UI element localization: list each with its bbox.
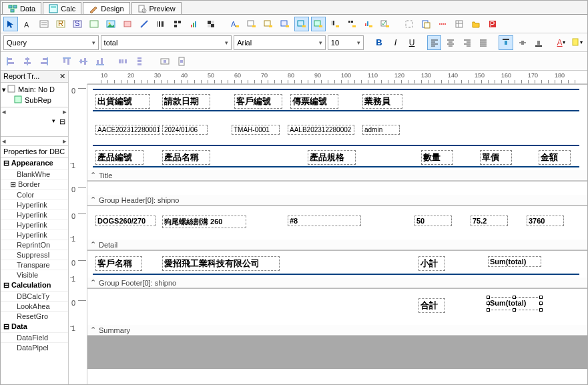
label-field[interactable]: 小計 xyxy=(418,256,445,271)
prop-row[interactable]: ResetGro xyxy=(1,311,68,321)
label-field[interactable]: 數量 xyxy=(421,150,453,165)
label-field[interactable]: 出貨編號 xyxy=(95,94,150,109)
dbchart-button[interactable] xyxy=(361,17,376,31)
richtext-button[interactable]: R xyxy=(53,17,68,31)
prop-row[interactable]: Color xyxy=(1,189,68,200)
align-justify-button[interactable] xyxy=(477,35,491,50)
subreport-button[interactable] xyxy=(418,17,433,31)
label-field[interactable]: 請款日期 xyxy=(162,94,210,109)
label-field[interactable]: 業務員 xyxy=(362,94,402,109)
selected-dbcalc-field[interactable]: Sum(total) xyxy=(488,297,541,310)
prop-row[interactable]: DBCalcTy xyxy=(1,291,68,301)
tab-data[interactable]: Data xyxy=(2,2,41,14)
tab-preview[interactable]: Preview xyxy=(131,2,182,14)
band-header-summary[interactable]: ⌃Summary xyxy=(87,325,587,336)
align-right-button[interactable] xyxy=(460,35,475,50)
scrollbar-h[interactable]: ◂▸ xyxy=(1,136,68,145)
tree-item[interactable]: SubRep xyxy=(2,95,67,105)
label-field[interactable]: 金額 xyxy=(539,150,571,165)
tab-design[interactable]: Design xyxy=(83,2,129,14)
center-h-button[interactable] xyxy=(158,54,172,69)
folder-button[interactable] xyxy=(469,17,483,31)
dbdatetime-button[interactable] xyxy=(294,17,309,31)
prop-row[interactable]: SuppressI xyxy=(1,250,68,260)
prop-category[interactable]: ⊟ Appearance xyxy=(1,157,68,169)
dbtext-field[interactable]: TMAH-0001 xyxy=(232,125,280,135)
crosstab-button[interactable] xyxy=(452,17,467,31)
font-combo[interactable]: Arial xyxy=(234,35,326,50)
variable-button[interactable] xyxy=(87,17,101,31)
valign-bottom-button[interactable] xyxy=(531,35,546,50)
tree-toggle-icon[interactable]: ⊟ xyxy=(59,117,65,126)
align-right-edges-button[interactable] xyxy=(37,54,51,69)
dbtext-field[interactable]: 2024/01/06 xyxy=(162,125,208,135)
memo-button[interactable] xyxy=(37,17,51,31)
prop-row[interactable]: DataPipel xyxy=(1,342,68,352)
checkers-button[interactable] xyxy=(204,17,218,31)
summary-band[interactable]: 合計 Sum(total) xyxy=(87,289,587,325)
dbbarcode-button[interactable] xyxy=(328,17,342,31)
db2dbarcode-button[interactable] xyxy=(344,17,359,31)
dbcalc-field[interactable]: Sum(total) xyxy=(488,256,541,267)
prop-row[interactable]: Transpare xyxy=(1,260,68,270)
line-button[interactable] xyxy=(137,17,152,31)
valign-middle-button[interactable] xyxy=(515,35,530,50)
label-field[interactable]: 客戶編號 xyxy=(234,94,282,109)
center-v-button[interactable] xyxy=(174,54,189,69)
dbtext-button[interactable]: A xyxy=(228,17,242,31)
prop-row[interactable]: Hyperlink xyxy=(1,200,68,210)
band-header-detail[interactable]: ⌃Detail xyxy=(87,240,587,250)
dbtext-field[interactable]: 3760 xyxy=(527,216,564,226)
dbrich-button[interactable] xyxy=(261,17,276,31)
label-field[interactable]: 產品編號 xyxy=(95,150,143,165)
sysvar-button[interactable]: S xyxy=(70,17,85,31)
close-icon[interactable]: ✕ xyxy=(59,72,65,81)
dbcheck-button[interactable] xyxy=(378,17,392,31)
dbtext-field[interactable]: admin xyxy=(362,125,400,135)
align-left-edges-button[interactable] xyxy=(3,54,18,69)
title-band[interactable]: 出貨編號 請款日期 客戶編號 傳票編號 業務員 AACE202312280001… xyxy=(87,85,587,170)
prop-row[interactable]: BlankWhe xyxy=(1,169,68,179)
size-combo[interactable]: 10 xyxy=(328,35,364,50)
tree-item[interactable]: ▾Main: No D xyxy=(2,84,67,95)
report-bands[interactable]: 出貨編號 請款日期 客戶編號 傳票編號 業務員 AACE202312280001… xyxy=(87,84,587,384)
label-button[interactable]: A xyxy=(20,17,35,31)
dbtext-field[interactable]: 75.2 xyxy=(471,216,508,226)
label-field[interactable]: 產品名稱 xyxy=(162,150,210,165)
label-field[interactable]: 單價 xyxy=(480,150,512,165)
barcode-button[interactable] xyxy=(154,17,168,31)
align-h-center-button[interactable] xyxy=(20,54,35,69)
prop-row[interactable]: ⊞ Border xyxy=(1,179,68,189)
space-h-button[interactable] xyxy=(115,54,130,69)
dbmemo-button[interactable] xyxy=(244,17,259,31)
band-header-gh[interactable]: ⌃Group Header[0]: shipno xyxy=(87,195,587,206)
highlight-button[interactable]: ▾ xyxy=(570,35,585,50)
prop-row[interactable]: ReprintOn xyxy=(1,240,68,250)
bold-button[interactable]: B xyxy=(372,35,386,50)
label-field[interactable]: 傳票編號 xyxy=(290,94,338,109)
align-center-button[interactable] xyxy=(443,35,458,50)
field-combo[interactable]: total xyxy=(101,35,232,50)
dbtext-field[interactable]: AALB202312280002 xyxy=(288,125,354,135)
dbtext-field[interactable]: 愛招飛工業科技有限公司 xyxy=(162,256,280,271)
pdf-button[interactable]: P xyxy=(485,17,500,31)
dbimage-button[interactable] xyxy=(311,17,326,31)
shape-button[interactable] xyxy=(120,17,135,31)
group-footer-band[interactable]: 客戶名稱 愛招飛工業科技有限公司 小計 Sum(total) xyxy=(87,251,587,278)
group-header-band[interactable] xyxy=(87,181,587,195)
underline-button[interactable]: U xyxy=(404,35,419,50)
band-header-gf[interactable]: ⌃Group Footer[0]: shipno xyxy=(87,278,587,288)
label-field[interactable]: 產品規格 xyxy=(308,150,356,165)
detail-band[interactable]: DOGS260/270 狗尾螺絲割溝 260 #8 50 75.2 3760 xyxy=(87,206,587,240)
pagebreak-button[interactable] xyxy=(435,17,450,31)
query-combo[interactable]: Query xyxy=(3,35,99,50)
align-left-button[interactable] xyxy=(427,35,442,50)
align-top-edges-button[interactable] xyxy=(59,54,74,69)
band-header-title[interactable]: ⌃Title xyxy=(87,170,587,181)
tab-calc[interactable]: Calc xyxy=(43,2,81,14)
2dbarcode-button[interactable] xyxy=(170,17,185,31)
label-field[interactable]: 合計 xyxy=(418,298,445,313)
dbcalc-button[interactable] xyxy=(278,17,292,31)
prop-row[interactable]: Hyperlink xyxy=(1,220,68,230)
dbtext-field[interactable]: #8 xyxy=(288,216,361,226)
